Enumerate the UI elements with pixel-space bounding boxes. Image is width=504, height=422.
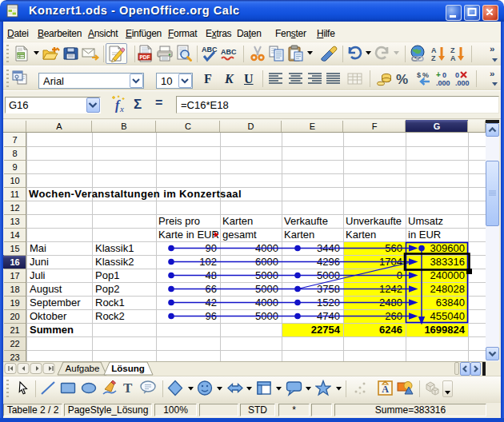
svg-text:Rock1: Rock1 — [95, 297, 125, 309]
svg-text:Verkaufte: Verkaufte — [284, 215, 328, 227]
svg-text:23: 23 — [10, 352, 19, 362]
svg-text:309600: 309600 — [430, 242, 465, 254]
svg-text:Z: Z — [450, 46, 455, 54]
svg-text:.000: .000 — [436, 79, 450, 87]
svg-text:17: 17 — [10, 271, 19, 281]
svg-text:+: + — [436, 70, 441, 79]
svg-text:455040: 455040 — [430, 310, 465, 322]
svg-text:Z: Z — [431, 54, 436, 62]
svg-text:18: 18 — [10, 285, 19, 294]
svg-text:A: A — [56, 121, 62, 131]
svg-text:1699824: 1699824 — [424, 324, 465, 336]
svg-text:Wochen-Veranstaltungen im Konz: Wochen-Veranstaltungen im Konzertsaal — [29, 188, 242, 200]
svg-text:ABC: ABC — [221, 48, 237, 56]
svg-text:PDF: PDF — [140, 54, 150, 60]
svg-text:9: 9 — [12, 162, 17, 172]
svg-text:0: 0 — [455, 71, 459, 79]
svg-text:August: August — [30, 283, 62, 295]
svg-text:ABC: ABC — [202, 46, 218, 54]
svg-text:Pop1: Pop1 — [95, 269, 119, 281]
svg-text:0: 0 — [442, 71, 446, 79]
svg-text:A: A — [382, 384, 389, 395]
svg-text:E: E — [310, 121, 315, 131]
svg-text:Klassik1: Klassik1 — [95, 242, 134, 254]
svg-text:14: 14 — [10, 230, 19, 240]
svg-text:6246: 6246 — [379, 324, 402, 336]
svg-text:Rock2: Rock2 — [95, 310, 125, 322]
svg-text:20: 20 — [10, 312, 19, 321]
svg-text:Summen: Summen — [30, 324, 74, 336]
svg-text:F: F — [372, 121, 378, 131]
svg-text:Oktober: Oktober — [30, 310, 67, 322]
svg-text:G: G — [434, 121, 441, 131]
svg-text:Unverkaufte: Unverkaufte — [346, 215, 402, 227]
svg-text:383316: 383316 — [430, 256, 465, 268]
svg-text:240000: 240000 — [430, 269, 465, 281]
svg-text:15: 15 — [10, 244, 19, 253]
svg-text:12: 12 — [10, 203, 19, 213]
svg-text:Pop2: Pop2 — [95, 283, 119, 295]
svg-text:Mai: Mai — [30, 242, 46, 254]
svg-text:C: C — [185, 121, 191, 131]
svg-text:22: 22 — [10, 339, 19, 348]
svg-text:A: A — [450, 54, 456, 62]
svg-text:Umsatz: Umsatz — [408, 215, 443, 227]
svg-text:Juli: Juli — [30, 269, 46, 281]
svg-text:Karte in EUR: Karte in EUR — [158, 229, 219, 241]
svg-text:September: September — [30, 297, 81, 309]
svg-text:13: 13 — [10, 217, 19, 226]
svg-text:Juni: Juni — [30, 256, 49, 268]
svg-text:10: 10 — [10, 176, 19, 185]
svg-text:19: 19 — [10, 298, 19, 308]
svg-text:Karten: Karten — [222, 215, 253, 227]
svg-text:A: A — [431, 46, 437, 54]
svg-text:Lösung: Lösung — [111, 364, 145, 373]
svg-text:Aufgabe: Aufgabe — [66, 364, 100, 373]
svg-text:21: 21 — [10, 325, 19, 335]
svg-text:16: 16 — [10, 257, 19, 267]
svg-text:.000: .000 — [455, 79, 470, 87]
svg-text:Preis pro: Preis pro — [158, 215, 200, 227]
svg-text:$: $ — [417, 71, 421, 79]
svg-text:Klassik2: Klassik2 — [95, 256, 134, 268]
svg-text:8: 8 — [12, 149, 17, 158]
svg-text:in EUR: in EUR — [408, 229, 441, 241]
svg-text:11: 11 — [10, 189, 19, 199]
svg-text:22754: 22754 — [311, 324, 341, 336]
svg-text:B: B — [121, 121, 126, 131]
svg-text:Karten: Karten — [284, 229, 314, 241]
svg-text:7: 7 — [12, 135, 17, 145]
svg-text:Karten: Karten — [346, 229, 376, 241]
svg-text:D: D — [248, 121, 254, 131]
svg-text:x: x — [119, 104, 124, 113]
svg-text:%: % — [422, 71, 429, 79]
svg-text:63840: 63840 — [436, 297, 465, 309]
svg-text:248028: 248028 — [430, 283, 465, 295]
svg-text:gesamt: gesamt — [222, 229, 257, 241]
